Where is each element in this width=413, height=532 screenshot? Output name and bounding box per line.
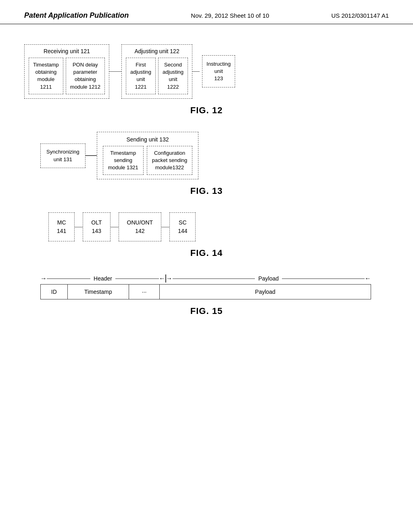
payload-right-arrow: ←: [365, 275, 371, 282]
fig15-diagram: → Header ← → Payload ←: [40, 274, 371, 299]
connector-onu-sc: [161, 227, 169, 228]
fig15-table: ID Timestamp ··· Payload: [40, 284, 371, 299]
fig12-label: FIG. 12: [24, 105, 389, 116]
config-packet-sending-module: Configurationpacket sendingmodule1322: [147, 146, 192, 175]
instructing-unit-text: Instructingunit123: [206, 60, 231, 83]
receiving-unit-inner: Timestampobtainingmodule1211 PON delaypa…: [29, 58, 105, 94]
fig12-diagram: Receiving unit 121 Timestampobtainingmod…: [24, 44, 389, 99]
fig14-section: MC141 OLT143 ONU/ONT142 SC144 FIG. 14: [24, 212, 389, 258]
publication-title: Patent Application Publication: [24, 11, 129, 20]
onu-box: ONU/ONT142: [119, 212, 162, 241]
fig13-label: FIG. 13: [24, 186, 389, 196]
olt-text: OLT143: [91, 219, 102, 234]
header-span: → Header ←: [40, 275, 165, 282]
sc-text: SC144: [178, 219, 187, 234]
ellipsis-cell: ···: [129, 285, 160, 299]
first-adjusting-text: Firstadjustingunit1221: [130, 61, 151, 91]
pon-delay-text: PON delayparameterobtainingmodule 1212: [70, 61, 100, 91]
onu-text: ONU/ONT142: [127, 219, 153, 234]
connector-mc-olt: [75, 227, 83, 228]
payload-line-right: [282, 278, 365, 279]
second-adjusting-text: Secondadjustingunit1222: [163, 61, 184, 91]
payload-arrow-group: → Payload ←: [166, 275, 371, 282]
fig15-label: FIG. 15: [24, 306, 389, 316]
connector-olt-onu: [111, 227, 119, 228]
sending-unit-title: Sending unit 132: [103, 136, 193, 143]
instructing-unit-box: Instructingunit123: [202, 55, 235, 87]
sc-box: SC144: [169, 212, 196, 241]
connector-line-adjusting-instructing: [192, 71, 200, 72]
adjusting-unit-title: Adjusting unit 122: [126, 48, 188, 54]
payload-label: Payload: [258, 275, 279, 282]
adjusting-unit-inner: Firstadjustingunit1221 Secondadjustingun…: [126, 58, 188, 94]
config-packet-text: Configurationpacket sendingmodule1322: [152, 150, 187, 172]
fig12-section: Receiving unit 121 Timestampobtainingmod…: [24, 44, 389, 116]
header-arrow-group: → Header ←: [40, 275, 165, 282]
fig13-diagram: Synchronizingunit 131 Sending unit 132 T…: [40, 132, 389, 180]
id-cell: ID: [41, 285, 68, 299]
payload-cell: Payload: [160, 285, 371, 299]
fig15-section: → Header ← → Payload ←: [24, 274, 389, 316]
timestamp-cell: Timestamp: [67, 285, 129, 299]
header-left-arrow: →: [40, 275, 47, 282]
first-adjusting-unit: Firstadjustingunit1221: [126, 58, 156, 94]
fig14-diagram: MC141 OLT143 ONU/ONT142 SC144: [48, 212, 389, 241]
fig14-label: FIG. 14: [24, 248, 389, 258]
mc-text: MC141: [57, 219, 66, 234]
timestamp-module-text: Timestampobtainingmodule1211: [33, 61, 59, 91]
header-label: Header: [94, 275, 112, 282]
pon-delay-module: PON delayparameterobtainingmodule 1212: [66, 58, 105, 94]
olt-box: OLT143: [83, 212, 110, 241]
payload-line-left: [173, 278, 255, 279]
fig15-data-row: ID Timestamp ··· Payload: [41, 285, 371, 299]
connector-sync-sending: [86, 155, 97, 156]
adjusting-unit-box: Adjusting unit 122 Firstadjustingunit122…: [121, 44, 192, 99]
mc-box: MC141: [48, 212, 75, 241]
timestamp-sending-text: Timestampsendingmodule 1321: [108, 150, 138, 172]
header-line-left: [47, 278, 90, 279]
main-content: Receiving unit 121 Timestampobtainingmod…: [0, 28, 413, 341]
page-header: Patent Application Publication Nov. 29, …: [0, 0, 413, 24]
fig13-section: Synchronizingunit 131 Sending unit 132 T…: [24, 132, 389, 197]
receiving-unit-title: Receiving unit 121: [29, 48, 105, 54]
receiving-unit-box: Receiving unit 121 Timestampobtainingmod…: [24, 44, 109, 99]
connector-line-12-adjusting: [109, 71, 121, 72]
timestamp-obtaining-module: Timestampobtainingmodule1211: [29, 58, 63, 94]
timestamp-sending-module: Timestampsendingmodule 1321: [103, 146, 144, 175]
header-line-right: [115, 278, 159, 279]
second-adjusting-unit: Secondadjustingunit1222: [158, 58, 188, 94]
publication-date-sheet: Nov. 29, 2012 Sheet 10 of 10: [191, 12, 269, 19]
sync-unit-box: Synchronizingunit 131: [40, 143, 86, 168]
sending-unit-inner: Timestampsendingmodule 1321 Configuratio…: [103, 146, 193, 175]
fig15-arrows-row: → Header ← → Payload ←: [40, 274, 371, 283]
sync-unit-text: Synchronizingunit 131: [46, 149, 79, 163]
sending-unit-box: Sending unit 132 Timestampsendingmodule …: [97, 132, 199, 180]
header-right-arrow: ←: [159, 275, 165, 282]
publication-number: US 2012/0301147 A1: [331, 12, 389, 19]
payload-left-arrow: →: [166, 275, 173, 282]
